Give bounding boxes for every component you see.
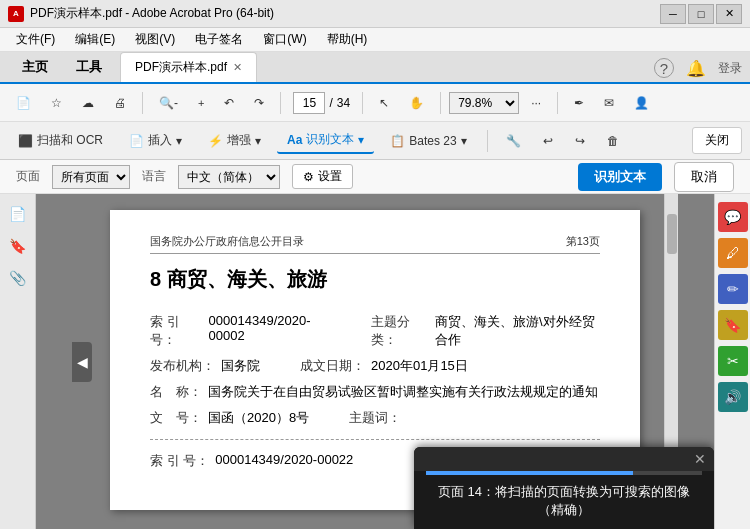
right-panel: 💬 🖊 ✏ 🔖 ✂ 🔊 <box>714 194 750 529</box>
tab-close-icon[interactable]: ✕ <box>233 61 242 74</box>
new-file-button[interactable]: 📄 <box>8 92 39 114</box>
tab-home[interactable]: 主页 <box>8 52 62 82</box>
scan-icon: ⬛ <box>18 134 33 148</box>
progress-message: 页面 14：将扫描的页面转换为可搜索的图像（精确） <box>414 475 714 529</box>
left-panel: 📄 🔖 📎 <box>0 194 36 529</box>
menu-edit[interactable]: 编辑(E) <box>67 29 123 50</box>
highlight-tool-icon[interactable]: 🖊 <box>718 238 748 268</box>
undo-button[interactable]: ↩ <box>535 130 561 152</box>
menu-view[interactable]: 视图(V) <box>127 29 183 50</box>
hand-tool-button[interactable]: ✋ <box>401 92 432 114</box>
field-value-index1: 000014349/2020-00002 <box>209 313 332 349</box>
more-tools-button[interactable]: ··· <box>523 92 549 114</box>
maximize-button[interactable]: □ <box>688 4 714 24</box>
page-settings-bar: 页面 所有页面 语言 中文（简体） ⚙ 设置 识别文本 取消 <box>0 160 750 194</box>
settings-gear-icon: ⚙ <box>303 170 314 184</box>
window-controls: ─ □ ✕ <box>660 4 742 24</box>
rotate-cw-button[interactable]: ↷ <box>246 92 272 114</box>
print-button[interactable]: 🖨 <box>106 92 134 114</box>
bookmarks-panel-icon[interactable]: 🔖 <box>6 234 30 258</box>
field-issuer: 发布机构： 国务院 <box>150 357 260 375</box>
menu-bar: 文件(F) 编辑(E) 视图(V) 电子签名 窗口(W) 帮助(H) <box>0 28 750 52</box>
field-row-1: 索 引 号： 000014349/2020-00002 主题分类： 商贸、海关、… <box>150 313 600 349</box>
comment-tool-icon[interactable]: 💬 <box>718 202 748 232</box>
enhance-label: 增强 <box>227 132 251 149</box>
doc-header-right: 第13页 <box>566 234 600 249</box>
enhance-button[interactable]: ⚡ 增强 ▾ <box>198 128 271 153</box>
close-window-button[interactable]: ✕ <box>716 4 742 24</box>
more-icon: ··· <box>531 96 541 110</box>
progress-popup: ✕ 页面 14：将扫描的页面转换为可搜索的图像（精确） <box>414 447 714 529</box>
minimize-button[interactable]: ─ <box>660 4 686 24</box>
pages-panel-icon[interactable]: 📄 <box>6 202 30 226</box>
field-index-2: 索 引 号： 000014349/2020-00022 <box>150 452 353 470</box>
share-icon: 👤 <box>634 96 649 110</box>
recognize-primary-button[interactable]: 识别文本 <box>578 163 662 191</box>
share-button[interactable]: 👤 <box>626 92 657 114</box>
bates-button[interactable]: 📋 Bates 23 ▾ <box>380 130 476 152</box>
language-select[interactable]: 中文（简体） <box>178 165 280 189</box>
audio-tool-icon[interactable]: 🔊 <box>718 382 748 412</box>
bookmark-button[interactable]: ☆ <box>43 92 70 114</box>
stamp-tool-icon[interactable]: 🔖 <box>718 310 748 340</box>
cursor-icon: ↖ <box>379 96 389 110</box>
field-label-date: 成文日期： <box>300 357 365 375</box>
scan-ocr-button[interactable]: ⬛ 扫描和 OCR <box>8 128 113 153</box>
recognize-text-button[interactable]: Aa 识别文本 ▾ <box>277 127 374 154</box>
page-number-input[interactable]: 15 <box>293 92 325 114</box>
recognize-text-icon: Aa <box>287 133 302 147</box>
menu-file[interactable]: 文件(F) <box>8 29 63 50</box>
recognize-chevron: ▾ <box>358 133 364 147</box>
crop-tool-icon[interactable]: ✂ <box>718 346 748 376</box>
insert-button[interactable]: 📄 插入 ▾ <box>119 128 192 153</box>
tab-pdf[interactable]: PDF演示样本.pdf ✕ <box>120 52 257 82</box>
total-pages: 34 <box>337 96 350 110</box>
login-btn[interactable]: 登录 <box>718 60 742 77</box>
rotate-ccw-button[interactable]: ↶ <box>216 92 242 114</box>
help-icon-btn[interactable]: ? <box>654 58 674 78</box>
zoom-out-button[interactable]: 🔍- <box>151 92 186 114</box>
field-label-index1: 索 引 号： <box>150 313 203 349</box>
field-label-docnum: 文 号： <box>150 409 202 427</box>
popup-close-button[interactable]: ✕ <box>694 451 706 467</box>
field-row-3: 名 称： 国务院关于在自由贸易试验区暂时调整实施有关行政法规规定的通知 <box>150 383 600 401</box>
tool-icon-1[interactable]: 🔧 <box>498 130 529 152</box>
draw-tool-icon[interactable]: ✏ <box>718 274 748 304</box>
zoom-in-icon: + <box>198 97 204 109</box>
scroll-thumb[interactable] <box>667 214 677 254</box>
cursor-tool-button[interactable]: ↖ <box>371 92 397 114</box>
menu-esign[interactable]: 电子签名 <box>187 29 251 50</box>
field-name: 名 称： 国务院关于在自由贸易试验区暂时调整实施有关行政法规规定的通知 <box>150 383 598 401</box>
delete-button[interactable]: 🗑 <box>599 130 627 152</box>
zoom-in-button[interactable]: + <box>190 93 212 113</box>
attachments-panel-icon[interactable]: 📎 <box>6 266 30 290</box>
zoom-select[interactable]: 79.8% 50% 75% 100% 125% 150% <box>449 92 519 114</box>
ocr-sep-1 <box>487 130 488 152</box>
mail-button[interactable]: ✉ <box>596 92 622 114</box>
upload-button[interactable]: ☁ <box>74 92 102 114</box>
separator-2 <box>280 92 281 114</box>
notification-bell-icon[interactable]: 🔔 <box>686 59 706 78</box>
language-label: 语言 <box>142 168 166 185</box>
separator-3 <box>362 92 363 114</box>
tool-icon-1-sym: 🔧 <box>506 134 521 148</box>
field-value-index2: 000014349/2020-00022 <box>215 452 353 470</box>
redo-button[interactable]: ↪ <box>567 130 593 152</box>
page-separator: / <box>329 96 332 110</box>
sign-tool-button[interactable]: ✒ <box>566 92 592 114</box>
prev-page-arrow[interactable]: ◀ <box>72 342 92 382</box>
menu-window[interactable]: 窗口(W) <box>255 29 314 50</box>
tab-tools[interactable]: 工具 <box>62 52 116 82</box>
menu-help[interactable]: 帮助(H) <box>319 29 376 50</box>
close-ocr-button[interactable]: 关闭 <box>692 127 742 154</box>
sign-icon: ✒ <box>574 96 584 110</box>
cancel-button[interactable]: 取消 <box>674 162 734 192</box>
field-row-4: 文 号： 国函（2020）8号 主题词： <box>150 409 600 427</box>
redo-icon: ↪ <box>575 134 585 148</box>
pages-select[interactable]: 所有页面 <box>52 165 130 189</box>
field-value-issuer: 国务院 <box>221 357 260 375</box>
recognize-text-label: 识别文本 <box>306 131 354 148</box>
field-docnum: 文 号： 国函（2020）8号 <box>150 409 309 427</box>
settings-button[interactable]: ⚙ 设置 <box>292 164 353 189</box>
field-value-name: 国务院关于在自由贸易试验区暂时调整实施有关行政法规规定的通知 <box>208 383 598 401</box>
